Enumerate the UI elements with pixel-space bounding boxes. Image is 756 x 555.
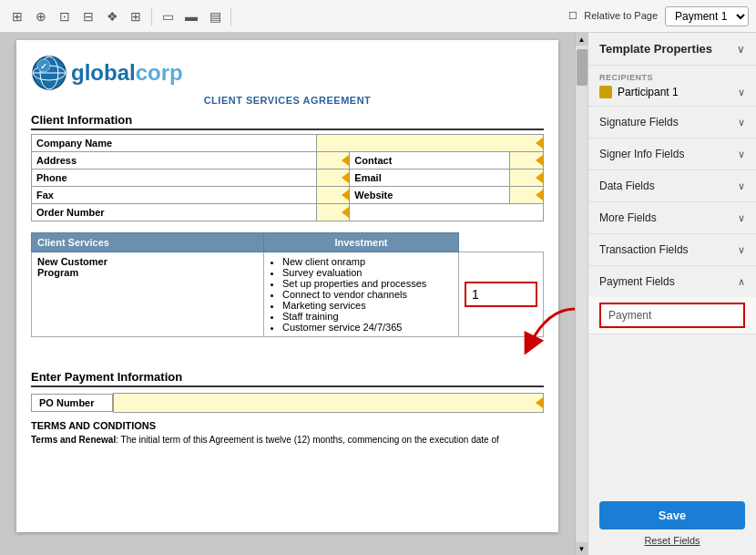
document-area: ✓ globalcorp CLIENT SERVICES AGREEMENT C… <box>0 33 575 555</box>
website-arrow <box>536 190 543 200</box>
list-item: Connect to vendor channels <box>282 289 453 300</box>
payment-section-title: Enter Payment Information <box>31 370 544 387</box>
toolbar-icon-8[interactable]: ▬ <box>181 6 201 26</box>
save-section: Save Reset Fields <box>588 492 756 555</box>
recipient-row[interactable]: Participant 1 ∨ <box>599 86 745 98</box>
website-label: Website <box>350 187 510 204</box>
order-number-input[interactable] <box>316 204 350 221</box>
payment-fields-header[interactable]: Payment Fields ∧ <box>588 266 756 297</box>
po-input[interactable] <box>113 393 544 413</box>
investment-header: Investment <box>263 233 458 252</box>
website-input[interactable] <box>510 187 544 204</box>
signature-fields-chevron: ∨ <box>738 117 745 128</box>
company-name-label: Company Name <box>32 135 317 152</box>
phone-label: Phone <box>32 170 317 187</box>
list-item: Customer service 24/7/365 <box>282 322 453 333</box>
toolbar: ⊞ ⊕ ⊡ ⊟ ❖ ⊞ ▭ ▬ ▤ ☐ Relative to Page Pay… <box>0 0 756 33</box>
table-row: Company Name <box>32 135 544 152</box>
participant-color-swatch <box>599 86 612 98</box>
logo-text: globalcorp <box>71 60 183 86</box>
company-name-input[interactable] <box>316 135 543 152</box>
fax-input[interactable] <box>316 187 350 204</box>
email-input[interactable] <box>510 170 544 187</box>
toolbar-icon-2[interactable]: ⊕ <box>31 6 51 26</box>
contact-arrow <box>536 155 543 166</box>
transaction-fields-section: Transaction Fields ∨ <box>588 234 756 266</box>
signer-info-fields-label: Signer Info Fields <box>599 148 684 160</box>
fax-arrow <box>342 190 349 200</box>
terms-title: TERMS AND CONDITIONS <box>31 420 544 431</box>
reset-fields-button[interactable]: Reset Fields <box>644 535 700 546</box>
payment-fields-chevron: ∧ <box>738 276 745 288</box>
terms-text: Terms and Renewal: The initial term of t… <box>31 434 544 447</box>
terms-section: TERMS AND CONDITIONS Terms and Renewal: … <box>31 420 544 447</box>
signer-info-fields-header[interactable]: Signer Info Fields ∨ <box>588 139 756 170</box>
table-row: Order Number <box>32 204 544 221</box>
data-fields-chevron: ∨ <box>738 180 745 192</box>
right-panel: Template Properties ∨ RECIPIENTS Partici… <box>587 33 756 555</box>
address-input[interactable] <box>316 152 350 170</box>
toolbar-icon-5[interactable]: ❖ <box>102 6 122 26</box>
client-services-header: Client Services <box>32 233 264 252</box>
signature-fields-label: Signature Fields <box>599 116 679 128</box>
transaction-fields-label: Transaction Fields <box>599 243 689 256</box>
phone-input[interactable] <box>316 170 350 187</box>
fax-label: Fax <box>32 187 317 204</box>
terms-content: The initial term of this Agreement is tw… <box>121 435 499 445</box>
more-fields-chevron: ∨ <box>738 212 745 224</box>
doc-scrollbar[interactable]: ▲ ▼ <box>575 33 587 555</box>
panel-title: Template Properties <box>599 42 712 56</box>
toolbar-sep-2 <box>230 7 231 26</box>
toolbar-icon-4[interactable]: ⊟ <box>78 6 98 26</box>
page-dropdown[interactable]: Payment 1 <box>665 6 749 26</box>
save-button[interactable]: Save <box>599 501 745 529</box>
toolbar-icon-1[interactable]: ⊞ <box>7 6 27 26</box>
table-row: Phone Email <box>32 170 544 187</box>
email-arrow <box>536 172 543 183</box>
table-row: New CustomerProgram New client onramp Su… <box>32 252 544 337</box>
participant-name: Participant 1 <box>618 86 738 98</box>
toolbar-icon-6[interactable]: ⊞ <box>126 6 146 26</box>
investment-input[interactable]: 1 <box>465 282 537 307</box>
investment-cell: 1 <box>459 252 544 337</box>
relative-to-page-label: ☐ Relative to Page <box>568 10 658 22</box>
toolbar-icon-3[interactable]: ⊡ <box>55 6 75 26</box>
transaction-fields-chevron: ∨ <box>738 244 745 256</box>
main-area: ✓ globalcorp CLIENT SERVICES AGREEMENT C… <box>0 33 756 555</box>
order-number-label: Order Number <box>32 204 317 221</box>
payment-field-item[interactable]: Payment <box>599 303 745 328</box>
recipients-section: RECIPIENTS Participant 1 ∨ <box>588 66 756 107</box>
contact-label: Contact <box>350 152 510 170</box>
company-name-arrow <box>536 138 543 149</box>
document-page: ✓ globalcorp CLIENT SERVICES AGREEMENT C… <box>16 40 558 532</box>
doc-title: CLIENT SERVICES AGREEMENT <box>31 95 544 106</box>
data-fields-header[interactable]: Data Fields ∨ <box>588 170 756 201</box>
transaction-fields-header[interactable]: Transaction Fields ∨ <box>588 234 756 265</box>
toolbar-icon-9[interactable]: ▤ <box>205 6 225 26</box>
address-label: Address <box>32 152 317 170</box>
scroll-down-button[interactable]: ▼ <box>576 542 588 555</box>
red-arrow-icon <box>520 304 575 355</box>
scroll-thumb[interactable] <box>577 49 587 86</box>
globalcorp-logo-icon: ✓ <box>31 55 67 91</box>
toolbar-icon-7[interactable]: ▭ <box>158 6 178 26</box>
order-number-arrow <box>342 207 349 218</box>
more-fields-header[interactable]: More Fields ∨ <box>588 202 756 233</box>
template-properties-header[interactable]: Template Properties ∨ <box>588 33 756 66</box>
payment-fields-section: Payment Fields ∧ Payment <box>588 266 756 334</box>
signature-fields-section: Signature Fields ∨ <box>588 107 756 139</box>
po-label: PO Number <box>31 394 113 412</box>
table-row: Address Contact <box>32 152 544 170</box>
logo-area: ✓ globalcorp <box>31 55 544 91</box>
contact-input[interactable] <box>510 152 544 170</box>
payment-section: Enter Payment Information PO Number <box>31 370 544 413</box>
list-item: Survey evaluation <box>282 267 453 278</box>
signer-info-fields-section: Signer Info Fields ∨ <box>588 139 756 170</box>
data-fields-label: Data Fields <box>599 180 655 192</box>
po-row: PO Number <box>31 393 544 413</box>
list-item: New client onramp <box>282 256 453 267</box>
list-item: Staff training <box>282 311 453 322</box>
participant-chevron-icon: ∨ <box>738 87 745 98</box>
scroll-up-button[interactable]: ▲ <box>576 33 588 46</box>
signature-fields-header[interactable]: Signature Fields ∨ <box>588 107 756 138</box>
